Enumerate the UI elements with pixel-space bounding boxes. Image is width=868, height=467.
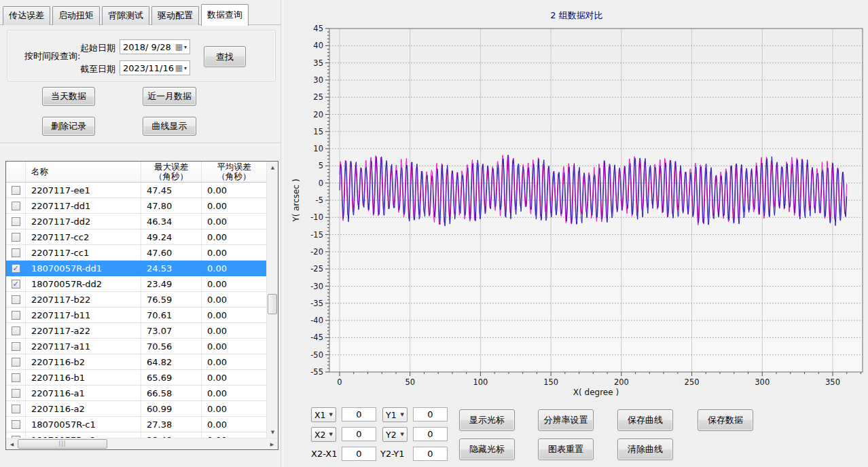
scroll-up-arrow-icon[interactable]: ▲ [267,162,278,173]
row-checkbox[interactable] [12,233,20,242]
row-checkbox[interactable] [12,358,20,367]
show-cursor-button[interactable]: 显示光标 [459,409,515,431]
row-checkbox[interactable] [12,248,20,257]
table-row[interactable]: 2207116-b2 64.82 0.00 [6,354,266,370]
today-data-button[interactable]: 当天数据 [42,87,95,106]
row-checkbox[interactable]: ✓ [12,280,20,288]
row-checkbox[interactable] [12,389,20,398]
svg-text:20: 20 [313,110,323,119]
resolution-settings-button[interactable]: 分辨率设置 [538,409,594,431]
table-row[interactable]: 2207117-a22 73.07 0.00 [6,323,266,339]
chart-reset-button[interactable]: 图表重置 [538,438,594,460]
header-checkbox-column[interactable] [6,162,26,182]
table-row[interactable]: 2207117-cc2 49.24 0.00 [6,229,266,245]
save-data-button[interactable]: 保存数据 [698,409,753,431]
x2-value-field[interactable]: 0 [342,427,376,441]
table-row[interactable]: 2207116-a1 66.58 0.00 [6,386,266,401]
tab-backlash-test[interactable]: 背隙测试 [102,6,149,25]
delete-record-button[interactable]: 删除记录 [42,117,95,136]
row-max-error-cell: 27.38 [141,417,202,432]
clear-curve-button[interactable]: 清除曲线 [617,438,673,460]
vertical-scroll-thumb[interactable] [268,294,277,314]
svg-text:-10: -10 [310,212,323,222]
table-row[interactable]: ✓ 18070057R-dd1 24.53 0.00 [6,261,266,276]
search-button[interactable]: 查找 [204,46,246,67]
y2-value-field[interactable]: 0 [413,427,448,441]
table-row[interactable]: 18070057R-c2 28.48 0.00 [6,432,266,438]
row-avg-error-cell: 0.00 [202,307,266,322]
hide-cursor-button[interactable]: 隐藏光标 [459,438,515,460]
tab-transmission-error[interactable]: 传达误差 [3,6,50,25]
row-avg-error-cell: 0.00 [202,214,266,229]
y2-cursor-select[interactable]: Y2 ▼ [382,427,408,442]
svg-text:5: 5 [319,161,323,170]
date-dropdown-icon[interactable]: ▾ [183,44,189,50]
table-row[interactable]: 2207117-a11 70.56 0.00 [6,339,266,354]
combo-dropdown-icon[interactable]: ▼ [329,412,333,417]
table-row[interactable]: 2207117-dd2 46.34 0.00 [6,214,266,229]
date-dropdown-icon[interactable]: ▾ [183,65,189,71]
row-name-cell: 2207117-dd2 [26,214,141,229]
table-row[interactable]: 2207117-b22 76.59 0.00 [6,292,266,307]
row-checkbox[interactable] [12,311,20,320]
table-row[interactable]: ✓ 18070057R-dd2 23.49 0.00 [6,276,266,292]
scroll-left-arrow-icon[interactable]: ◀ [6,438,18,450]
y1-cursor-select[interactable]: Y1 ▼ [382,407,408,422]
row-avg-error-cell: 0.00 [202,245,266,260]
combo-dropdown-icon[interactable]: ▼ [329,432,333,437]
scroll-right-arrow-icon[interactable]: ▶ [266,438,278,450]
row-checkbox[interactable] [12,295,20,304]
curve-display-button[interactable]: 曲线显示 [143,117,196,136]
scroll-down-arrow-icon[interactable]: ▼ [267,426,278,438]
combo-dropdown-icon[interactable]: ▼ [401,432,404,437]
table-row[interactable]: 2207116-b1 65.69 0.00 [6,370,266,386]
x1-value-field[interactable]: 0 [342,407,376,422]
horizontal-scroll-thumb[interactable]: ||| [18,439,107,449]
row-avg-error-cell: 0.00 [202,432,266,438]
header-max-error[interactable]: 最大误差（角秒） [141,162,202,182]
row-checkbox[interactable] [12,373,20,382]
row-checkbox-cell [6,401,26,416]
header-avg-error[interactable]: 平均误差（角秒） [202,162,266,182]
row-checkbox[interactable] [12,420,20,429]
x-axis-label: X( degree ) [573,388,619,397]
start-date-label: 起始日期 [80,42,115,54]
x2-cursor-select[interactable]: X2 ▼ [311,427,336,442]
row-checkbox[interactable] [12,186,20,195]
table-row[interactable]: 2207117-cc1 47.60 0.00 [6,245,266,261]
row-checkbox[interactable]: ✓ [12,264,20,273]
row-avg-error-cell: 0.00 [202,323,266,338]
x1-cursor-select[interactable]: X1 ▼ [311,407,336,422]
table-row[interactable]: 18070057R-c1 27.38 0.00 [6,417,266,432]
row-checkbox[interactable] [12,326,20,335]
table-row[interactable]: 2207117-b11 70.61 0.00 [6,307,266,323]
row-checkbox-cell [6,229,26,244]
save-curve-button[interactable]: 保存曲线 [617,409,673,431]
delta-x-value-field[interactable]: 0 [342,447,376,461]
combo-dropdown-icon[interactable]: ▼ [401,412,404,417]
tab-startup-torque[interactable]: 启动扭矩 [52,6,100,25]
start-date-picker[interactable]: 2018/ 9/28 ▦ ▾ [120,39,190,54]
row-checkbox[interactable] [12,217,20,226]
row-checkbox[interactable] [12,405,20,413]
y1-value-field[interactable]: 0 [413,407,448,422]
row-checkbox[interactable] [12,342,20,351]
last-month-data-button[interactable]: 近一月数据 [143,87,196,106]
table-row[interactable]: 2207117-ee1 47.45 0.00 [6,183,266,198]
tab-drive-config[interactable]: 驱动配置 [151,6,199,25]
app-window: 传达误差启动扭矩背隙测试驱动配置数据查询 按时间段查询: 起始日期 2018/ … [0,0,868,467]
row-avg-error-cell: 0.00 [202,229,266,244]
table-row[interactable]: 2207116-a2 60.99 0.00 [6,401,266,417]
delta-y-value-field[interactable]: 0 [413,447,448,461]
tab-data-query[interactable]: 数据查询 [201,4,249,26]
row-checkbox[interactable] [12,202,20,210]
row-max-error-cell: 76.59 [141,292,202,307]
query-section-label: 按时间段查询: [24,50,80,62]
chart-panel: 2 组数据对比 454035302520151050-5-10-15-20-25… [285,0,868,467]
table-body: 2207117-ee1 47.45 0.00 2207117-dd1 47.80… [6,183,266,438]
svg-text:-50: -50 [310,350,323,360]
row-name-cell: 2207117-cc2 [26,229,141,244]
header-name[interactable]: 名称 [26,162,141,182]
end-date-picker[interactable]: 2023/11/16 ▦ ▾ [120,60,190,75]
table-row[interactable]: 2207117-dd1 47.80 0.00 [6,198,266,214]
